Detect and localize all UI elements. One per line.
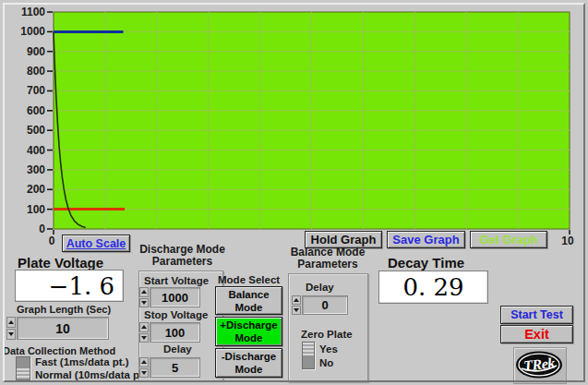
stop-voltage-input[interactable]: 100 — [150, 322, 200, 343]
decrement-arrow-icon[interactable] — [292, 306, 301, 315]
stop-voltage-control: 100 — [139, 322, 200, 343]
graph-length-label: Graph Length (Sec) — [17, 304, 111, 315]
toggle-track — [17, 368, 30, 379]
increment-arrow-icon[interactable] — [139, 287, 149, 297]
toggle-handle — [303, 355, 314, 368]
balance-mode-button-line1: Balance — [228, 288, 269, 301]
x-axis-tick-label: 10 — [561, 235, 574, 247]
save-graph-button[interactable]: Save Graph — [387, 231, 465, 248]
start-voltage-label: Start Voltage — [144, 275, 209, 286]
decay-time-title: Decay Time — [388, 255, 464, 271]
data-collection-option-fast: Fast (1ms/data pt.) — [35, 356, 129, 367]
y-axis-tick-label: 100 — [27, 203, 45, 216]
instrument-panel: 010020030040050060070080090010001100010 … — [0, 0, 588, 385]
y-axis-tick-label: 700 — [27, 84, 45, 97]
toggle-handle — [17, 357, 30, 368]
increment-arrow-icon[interactable] — [6, 317, 16, 328]
zero-plate-option-yes: Yes — [319, 343, 338, 355]
discharge-delay-input[interactable]: 5 — [150, 357, 200, 378]
trek-logo: TRek — [513, 347, 567, 384]
y-axis-tick-label: 1100 — [21, 6, 45, 18]
y-axis-tick-label: 200 — [27, 183, 45, 196]
discharge-delay-spinner — [139, 357, 150, 378]
increment-arrow-icon[interactable] — [292, 295, 301, 305]
trek-logo-icon: TRek — [514, 348, 564, 381]
decay-time-indicator: 0. 29 — [378, 271, 488, 304]
zero-plate-label: Zero Plate — [301, 329, 353, 340]
decrement-arrow-icon[interactable] — [6, 329, 16, 340]
zero-plate-toggle[interactable] — [302, 342, 315, 369]
balance-group-title: Balance Mode Parameters — [277, 247, 378, 271]
stop-voltage-spinner — [139, 322, 150, 343]
plate-voltage-title: Plate Voltage — [18, 255, 103, 271]
balance-delay-control: 0 — [292, 295, 348, 315]
stop-voltage-label: Stop Voltage — [144, 309, 208, 320]
data-collection-toggle[interactable] — [16, 356, 30, 380]
discharge-delay-control: 5 — [139, 357, 200, 378]
negative-discharge-button-line1: -Discharge — [222, 350, 276, 363]
balance-delay-input[interactable]: 0 — [302, 295, 348, 315]
balance-delay-label: Delay — [306, 282, 334, 293]
negative-discharge-button-line2: Mode — [234, 363, 262, 376]
start-test-button[interactable]: Start Test — [500, 306, 573, 324]
positive-discharge-mode-button[interactable]: +Discharge Mode — [215, 317, 282, 346]
balance-mode-button-line2: Mode — [234, 301, 262, 314]
positive-discharge-button-line1: +Discharge — [220, 319, 277, 331]
increment-arrow-icon[interactable] — [139, 357, 149, 367]
svg-text:TRek: TRek — [522, 355, 556, 373]
decrement-arrow-icon[interactable] — [139, 368, 149, 379]
decrement-arrow-icon[interactable] — [139, 333, 149, 343]
balance-group-title-line2: Parameters — [277, 259, 378, 271]
start-voltage-spinner — [139, 287, 150, 307]
balance-mode-button[interactable]: Balance Mode — [215, 286, 282, 315]
plate-voltage-indicator: −1. 6 — [15, 270, 124, 302]
graph-length-input[interactable]: 10 — [17, 317, 109, 340]
y-axis-tick-label: 1000 — [20, 25, 45, 38]
mode-select-label: Mode Select — [218, 274, 280, 285]
x-axis-tick-label: 0 — [49, 235, 55, 247]
get-graph-button[interactable]: Get Graph — [470, 231, 547, 248]
negative-discharge-mode-button[interactable]: -Discharge Mode — [215, 348, 282, 378]
voltage-decay-graph: 010020030040050060070080090010001100010 — [0, 0, 588, 249]
start-voltage-control: 1000 — [139, 287, 200, 307]
discharge-group-title-line2: Parameters — [129, 256, 235, 268]
y-axis-tick-label: 400 — [27, 144, 45, 157]
decrement-arrow-icon[interactable] — [139, 298, 149, 308]
start-voltage-input[interactable]: 1000 — [150, 287, 200, 307]
y-axis-tick-label: 600 — [27, 104, 45, 117]
data-collection-option-normal: Normal (10ms/data pt.) — [35, 369, 150, 380]
positive-discharge-button-line2: Mode — [234, 331, 262, 344]
graph-length-control: 10 — [6, 317, 109, 340]
y-axis-tick-label: 0 — [39, 223, 45, 235]
graph-length-spinner — [6, 317, 17, 340]
zero-plate-option-no: No — [319, 357, 333, 368]
y-axis-tick-label: 300 — [27, 163, 45, 176]
toggle-track — [303, 343, 314, 355]
exit-button[interactable]: Exit — [500, 325, 573, 343]
increment-arrow-icon[interactable] — [139, 322, 149, 332]
auto-scale-button[interactable]: Auto Scale — [62, 235, 130, 252]
y-axis-tick-label: 800 — [27, 65, 45, 78]
discharge-delay-label: Delay — [163, 343, 192, 355]
data-collection-label: Data Collection Method — [3, 345, 115, 356]
balance-delay-spinner — [292, 295, 302, 315]
discharge-group-title: Discharge Mode Parameters — [129, 244, 235, 268]
y-axis-tick-label: 900 — [27, 45, 45, 58]
y-axis-tick-label: 500 — [27, 124, 45, 137]
